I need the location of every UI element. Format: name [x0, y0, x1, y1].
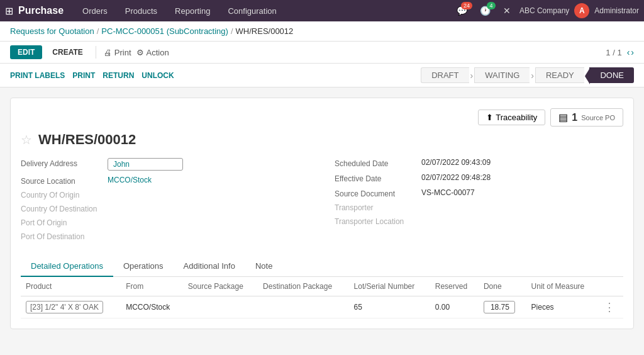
- tab-additional-info[interactable]: Additional Info: [174, 256, 245, 277]
- scheduled-date-label: Scheduled Date: [335, 158, 416, 168]
- grid-icon[interactable]: ⊞: [5, 5, 13, 17]
- col-product: Product: [21, 277, 121, 296]
- transporter-row: Transporter: [335, 203, 623, 212]
- record-card: ⬆ Traceability ▤ 1 Source PO ☆ WH/RES/00…: [10, 98, 634, 329]
- favorite-icon[interactable]: ☆: [21, 132, 32, 147]
- print-labels-button[interactable]: PRINT LABELS: [10, 69, 72, 82]
- action-icon: ⚙: [136, 48, 144, 57]
- operations-table: Product From Source Package Destination …: [21, 277, 623, 318]
- pager-area: 1 / 1 ‹ ›: [606, 47, 634, 57]
- record-top-buttons: ⬆ Traceability ▤ 1 Source PO: [21, 108, 623, 132]
- messages-button[interactable]: 💬 24: [453, 4, 471, 17]
- port-of-destination-row: Port Of Destination: [21, 232, 309, 241]
- action-bar: EDIT CREATE 🖨 Print ⚙ Action 1 / 1 ‹ ›: [0, 42, 644, 64]
- source-document-label: Source Document: [335, 188, 416, 198]
- form-right-col: Scheduled Date 02/07/2022 09:43:09 Effec…: [335, 158, 623, 246]
- traceability-label: Traceability: [496, 113, 537, 122]
- country-of-origin-row: Country Of Origin: [21, 191, 309, 200]
- transporter-location-row: Transporter Location: [335, 217, 623, 226]
- done-value[interactable]: 18.75: [484, 301, 515, 313]
- tab-detailed-operations[interactable]: Detailed Operations: [21, 256, 113, 277]
- edit-button[interactable]: EDIT: [10, 45, 42, 59]
- breadcrumb-current: WH/RES/00012: [236, 26, 294, 36]
- action-label: Action: [147, 48, 169, 57]
- row-more-button[interactable]: ⋮: [604, 300, 615, 314]
- action-button[interactable]: ⚙ Action: [136, 48, 169, 57]
- delivery-address-label: Delivery Address: [21, 158, 103, 168]
- form-grid: Delivery Address John Source Location MC…: [21, 158, 623, 246]
- form-left-col: Delivery Address John Source Location MC…: [21, 158, 309, 246]
- print-label: Print: [114, 48, 131, 57]
- create-button[interactable]: CREATE: [47, 45, 87, 59]
- traceability-button[interactable]: ⬆ Traceability: [478, 110, 545, 125]
- tab-operations[interactable]: Operations: [113, 256, 174, 277]
- print-action-button[interactable]: PRINT: [72, 69, 103, 82]
- nav-configuration[interactable]: Configuration: [219, 0, 285, 21]
- country-of-destination-label: Country Of Destination: [21, 205, 103, 213]
- col-more: [599, 277, 623, 296]
- status-steps: DRAFT › WAITING › READY › DONE: [421, 67, 634, 83]
- topnav-right: 💬 24 🕐 4 ✕ ABC Company A Administrator: [453, 3, 639, 18]
- nav-arrows: ‹ ›: [627, 47, 634, 57]
- table-row: [23] 1/2" 4' X 8' OAK MCCO/Stock 65 0.00…: [21, 296, 623, 318]
- breadcrumb: Requests for Quotation / PC-MCC-000051 (…: [0, 21, 644, 42]
- status-done: DONE: [589, 67, 634, 83]
- status-draft: DRAFT: [421, 67, 469, 83]
- nav-orders[interactable]: Orders: [74, 0, 116, 21]
- nav-reporting[interactable]: Reporting: [166, 0, 219, 21]
- prev-button[interactable]: ‹: [627, 47, 630, 57]
- col-from: From: [121, 277, 183, 296]
- breadcrumb-rfq[interactable]: Requests for Quotation: [10, 26, 94, 36]
- tab-note[interactable]: Note: [245, 256, 282, 277]
- avatar[interactable]: A: [574, 3, 589, 18]
- breadcrumb-sep1: /: [97, 26, 99, 36]
- close-button[interactable]: ✕: [499, 4, 514, 17]
- activity-button[interactable]: 🕐 4: [476, 4, 494, 17]
- source-document-value: VS-MCC-00077: [421, 188, 475, 197]
- cell-reserved: 0.00: [430, 296, 479, 318]
- transporter-label: Transporter: [335, 203, 416, 212]
- cell-lot-serial: 65: [349, 296, 430, 318]
- next-button[interactable]: ›: [631, 47, 634, 57]
- cell-product: [23] 1/2" 4' X 8' OAK: [21, 296, 121, 318]
- top-navigation: ⊞ Purchase Orders Products Reporting Con…: [0, 0, 644, 21]
- nav-products[interactable]: Products: [116, 0, 166, 21]
- app-name: Purchase: [18, 5, 64, 16]
- arrow-1: ›: [470, 70, 474, 81]
- port-of-origin-row: Port Of Origin: [21, 218, 309, 227]
- return-button[interactable]: RETURN: [103, 69, 142, 82]
- col-destination-package: Destination Package: [258, 277, 349, 296]
- print-button[interactable]: 🖨 Print: [104, 48, 131, 57]
- transporter-location-label: Transporter Location: [335, 217, 416, 226]
- effective-date-value: 02/07/2022 09:48:28: [421, 173, 491, 182]
- cell-done: 18.75: [479, 296, 526, 318]
- scheduled-date-value: 02/07/2022 09:43:09: [421, 158, 491, 167]
- source-po-button[interactable]: ▤ 1 Source PO: [550, 108, 623, 127]
- cell-unit-of-measure: Pieces: [526, 296, 599, 318]
- port-of-origin-label: Port Of Origin: [21, 218, 103, 227]
- unlock-button[interactable]: UNLOCK: [142, 69, 181, 82]
- cell-source-package: [183, 296, 258, 318]
- nav-menu: Orders Products Reporting Configuration: [74, 0, 450, 21]
- source-po-count: 1: [572, 112, 577, 123]
- cell-from: MCCO/Stock: [121, 296, 183, 318]
- product-value[interactable]: [23] 1/2" 4' X 8' OAK: [26, 301, 103, 313]
- source-po-label: Source PO: [581, 114, 615, 121]
- country-of-origin-label: Country Of Origin: [21, 191, 103, 200]
- breadcrumb-sep2: /: [231, 26, 233, 36]
- print-icon: 🖨: [104, 48, 112, 57]
- arrow-2: ›: [531, 70, 534, 81]
- col-source-package: Source Package: [183, 277, 258, 296]
- delivery-address-value[interactable]: John: [108, 158, 183, 171]
- company-name: ABC Company: [519, 6, 569, 15]
- source-po-icon: ▤: [558, 111, 568, 123]
- admin-label: Administrator: [594, 6, 639, 15]
- breadcrumb-po-ref[interactable]: PC-MCC-000051 (SubContracting): [101, 26, 228, 36]
- cell-destination-package: [258, 296, 349, 318]
- status-waiting: WAITING: [474, 67, 530, 83]
- effective-date-row: Effective Date 02/07/2022 09:48:28: [335, 173, 623, 183]
- delivery-address-row: Delivery Address John: [21, 158, 309, 171]
- traceability-icon: ⬆: [486, 113, 493, 122]
- source-location-value[interactable]: MCCO/Stock: [108, 176, 152, 184]
- country-of-destination-row: Country Of Destination: [21, 205, 309, 213]
